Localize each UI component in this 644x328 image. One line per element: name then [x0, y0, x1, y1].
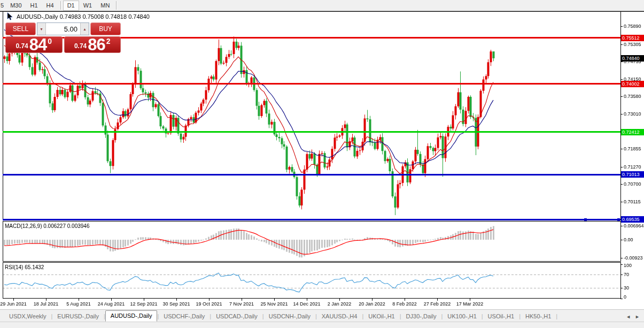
- tab-divider: |: [556, 313, 557, 322]
- hline-0.72412[interactable]: [3, 131, 620, 133]
- chart-symbol-title: AUDUSD-,Daily 0.74983 0.75008 0.74818 0.…: [6, 12, 150, 20]
- date-axis-label: 12 Sep 2021: [130, 301, 157, 307]
- tab-usoil-h1[interactable]: USOil-,H1: [483, 311, 519, 322]
- tab-dj30-daily[interactable]: DJ30-,Daily: [401, 311, 441, 322]
- sell-price-big-digits: 84: [29, 37, 46, 52]
- rsi-axis-tick: 70: [624, 272, 629, 277]
- date-axis-label: 24 Aug 2021: [98, 301, 125, 307]
- price-axis-tick: 0.73010: [624, 111, 641, 117]
- macd-axis-tick: -0.00923: [624, 255, 643, 261]
- tab-usdchf-daily[interactable]: USDCHF-,Daily: [159, 311, 210, 322]
- volume-input[interactable]: 5.00: [46, 23, 80, 35]
- timeframe-button-w1[interactable]: W1: [79, 1, 97, 11]
- tab-scroll-left-icon[interactable]: ◄: [626, 314, 631, 319]
- rsi-indicator-label: RSI(14) 65.1432: [5, 264, 44, 270]
- current-price-badge: 0.74840: [621, 55, 644, 62]
- one-click-trade-panel: SELL ▼ 5.00 ▲ BUY 0.74 84 0 0.74 86 2: [5, 22, 121, 53]
- tab-eurusd-daily[interactable]: EURUSD-,Daily: [52, 311, 104, 322]
- chart-tab-bar: USDX,Weekly|EURUSD-,Daily|AUDUSD-,Daily|…: [0, 309, 644, 322]
- timeframe-button-m30[interactable]: M30: [6, 1, 26, 11]
- date-axis-label: 17 Mar 2022: [456, 301, 484, 307]
- rsi-axis-tick: 100: [624, 263, 632, 268]
- buy-price-pipette: 2: [106, 37, 111, 45]
- tab-usdcad-daily[interactable]: USDCAD-,Daily: [211, 311, 262, 322]
- tab-hk50-h1[interactable]: HK50-,H1: [521, 311, 556, 322]
- price-badge-level: 0.75512: [621, 35, 644, 41]
- macd-axis-tick: 0.006964: [624, 223, 644, 228]
- rsi-axis-tick: 0: [624, 294, 626, 300]
- line-handle[interactable]: [617, 218, 620, 221]
- tab-scroll-buttons: ◄►: [626, 314, 644, 322]
- date-axis-label: 7 Nov 2021: [229, 301, 254, 307]
- date-axis-label: 18 Jul 2021: [34, 301, 59, 307]
- price-axis-tick: 0.73580: [624, 94, 641, 99]
- line-handle[interactable]: [584, 218, 587, 221]
- hline-0.69535[interactable]: [3, 219, 620, 220]
- timeframe-toolbar: 5M30H1H4D1W1MN: [0, 0, 644, 11]
- timeframe-button-d1[interactable]: D1: [63, 1, 79, 11]
- price-axis-tick: 0.71270: [624, 164, 641, 170]
- sell-price-prefix: 0.74: [15, 42, 28, 50]
- price-badge-level: 0.69535: [621, 216, 644, 223]
- buy-price-big-digits: 86: [88, 37, 105, 52]
- timeframe-button-mn[interactable]: MN: [96, 1, 114, 11]
- date-axis-label: 20 Jan 2022: [359, 301, 385, 307]
- sell-button[interactable]: SELL: [5, 22, 36, 35]
- tab-xauusd-h4[interactable]: XAUUSD-,H4: [317, 311, 362, 322]
- price-axis-tick: 0.75305: [624, 42, 641, 47]
- symbol-ohlc-text: AUDUSD-,Daily 0.74983 0.75008 0.74818 0.…: [17, 13, 150, 20]
- rsi-axis-tick: 30: [624, 285, 629, 291]
- volume-spinner: ▼ 5.00 ▲: [37, 22, 89, 35]
- mt4-window: 5M30H1H4D1W1MN AUDUSD-,Daily 0.74983 0.7…: [0, 0, 644, 328]
- toolbar-separator: [60, 1, 61, 10]
- macd-indicator-label: MACD(12,26,9) 0.006227 0.003946: [5, 223, 89, 229]
- sell-price-button[interactable]: 0.74 84 0: [5, 36, 63, 53]
- macd-axis-tick: 0.00: [624, 237, 633, 242]
- date-axis-label: 8 Feb 2022: [392, 301, 417, 307]
- timeframe-button-h1[interactable]: H1: [26, 1, 42, 11]
- date-axis-label: 25 Nov 2021: [260, 301, 288, 307]
- date-axis-label: 30 Sep 2021: [162, 301, 190, 307]
- date-axis-label: 19 Oct 2021: [196, 301, 222, 307]
- status-bar: [0, 322, 644, 328]
- price-badge-level: 0.74002: [621, 81, 644, 87]
- sell-price-pipette: 0: [48, 37, 52, 45]
- toolbar-separator: [116, 1, 117, 10]
- price-axis-tick: 0.70700: [624, 181, 641, 187]
- tab-ukoil-h1[interactable]: UKOil-,H1: [363, 311, 400, 322]
- buy-price-prefix: 0.74: [74, 42, 87, 50]
- timeframe-button-partial[interactable]: 5: [0, 1, 6, 11]
- hline-0.71013[interactable]: [3, 174, 620, 176]
- price-badge-level: 0.71013: [621, 171, 644, 178]
- date-axis-label: 29 Jun 2021: [0, 301, 27, 307]
- date-axis-label: 27 Feb 2022: [424, 301, 451, 307]
- price-axis-tick: 0.75890: [624, 24, 641, 29]
- buy-price-button[interactable]: 0.74 86 2: [64, 36, 121, 53]
- tab-uk100-h1[interactable]: UK100-,H1: [443, 311, 481, 322]
- date-axis-label: 5 Aug 2021: [66, 301, 91, 307]
- cursor-arrow-icon: [6, 12, 13, 20]
- price-axis-tick: 0.71855: [624, 146, 641, 151]
- price-badge-level: 0.72412: [621, 129, 644, 135]
- tab-audusd-daily[interactable]: AUDUSD-,Daily: [105, 310, 158, 322]
- tab-scroll-right-icon[interactable]: ►: [635, 314, 640, 319]
- volume-increase-button[interactable]: ▲: [80, 23, 89, 35]
- buy-button[interactable]: BUY: [90, 22, 121, 35]
- tab-usdcnh-daily[interactable]: USDCNH-,Daily: [264, 311, 315, 322]
- hline-0.74002[interactable]: [3, 83, 620, 85]
- price-axis-tick: 0.70115: [624, 199, 641, 204]
- volume-decrease-button[interactable]: ▼: [37, 23, 46, 35]
- tab-usdx-weekly[interactable]: USDX,Weekly: [4, 311, 51, 322]
- date-axis-label: 2 Jan 2022: [328, 301, 352, 307]
- date-axis-label: 14 Dec 2021: [293, 301, 320, 307]
- timeframe-button-h4[interactable]: H4: [42, 1, 58, 11]
